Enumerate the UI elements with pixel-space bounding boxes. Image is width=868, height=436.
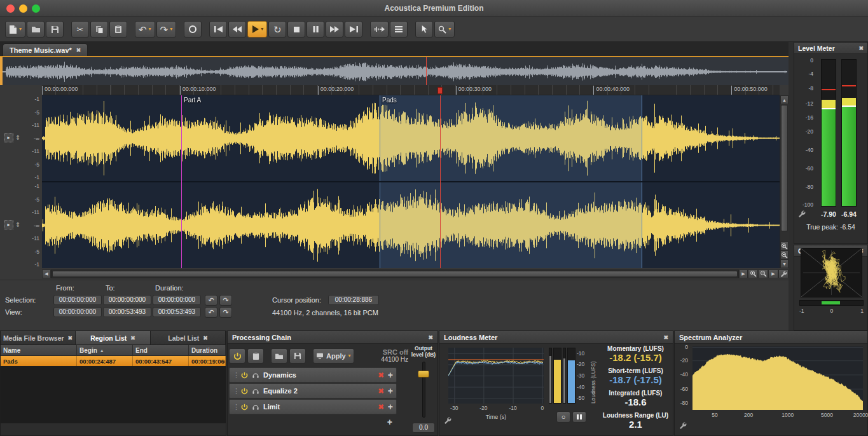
- output-level-value[interactable]: 0.0: [412, 423, 435, 433]
- add-effect-icon[interactable]: +: [387, 418, 392, 426]
- drag-grip-icon[interactable]: ⋮: [233, 387, 237, 395]
- view-redo-button[interactable]: ↷: [219, 307, 232, 318]
- zoom-in-vertical-button[interactable]: [780, 242, 789, 250]
- channel-fold-button[interactable]: ▸: [4, 220, 13, 229]
- column-name[interactable]: Name: [1, 345, 77, 355]
- region-list-empty-area[interactable]: [1, 366, 226, 423]
- marker-line-part-a[interactable]: [181, 95, 182, 268]
- selection-to-field[interactable]: 00:00:00:000: [103, 295, 151, 305]
- column-begin[interactable]: Begin▲: [77, 345, 133, 355]
- record-button[interactable]: [184, 21, 202, 37]
- waveform-canvas-area[interactable]: Part A Pads: [42, 95, 780, 268]
- document-tab[interactable]: Theme Music.wav* ✖: [3, 43, 88, 56]
- add-effect-icon[interactable]: +: [388, 386, 393, 395]
- copy-button[interactable]: [90, 21, 108, 37]
- channel-resize-icon[interactable]: ⇕: [15, 221, 20, 228]
- channel-fold-button[interactable]: ▸: [4, 133, 13, 142]
- drag-grip-icon[interactable]: ⋮: [233, 403, 237, 411]
- scroll-down-button[interactable]: ▼: [780, 259, 789, 268]
- redo-button[interactable]: ↷ ▾: [156, 21, 177, 37]
- rewind-button[interactable]: [228, 21, 246, 37]
- close-tab-icon[interactable]: ✖: [76, 47, 81, 53]
- close-tab-icon[interactable]: ✖: [68, 335, 73, 341]
- list-view-button[interactable]: [390, 21, 408, 37]
- horizontal-scroll-track[interactable]: [51, 269, 739, 278]
- chain-open-button[interactable]: [271, 348, 287, 364]
- play-button[interactable]: ▾: [247, 21, 267, 37]
- loudness-pause-button[interactable]: [572, 411, 586, 423]
- apply-chain-button[interactable]: Apply ▾: [313, 348, 354, 364]
- view-undo-button[interactable]: ↶: [205, 307, 217, 318]
- loudness-settings-icon[interactable]: [443, 416, 451, 425]
- zoom-selection-button[interactable]: ▶: [768, 269, 778, 278]
- scroll-right-button[interactable]: ▶: [739, 269, 748, 278]
- go-to-start-button[interactable]: [209, 21, 227, 37]
- tab-region-list[interactable]: Region List ✖: [76, 331, 151, 344]
- save-button[interactable]: [46, 21, 64, 37]
- level-meter-settings-icon[interactable]: [797, 210, 806, 218]
- chain-item-dynamics[interactable]: ⋮ Dynamics ✖ +: [229, 367, 397, 383]
- column-end[interactable]: End: [133, 345, 189, 355]
- undo-button[interactable]: ↶ ▾: [135, 21, 155, 37]
- view-from-field[interactable]: 00:00:00:000: [53, 307, 102, 317]
- close-panel-icon[interactable]: ✖: [858, 45, 864, 51]
- chain-power-button[interactable]: [229, 348, 245, 364]
- pause-button[interactable]: [307, 21, 324, 37]
- zoom-out-button[interactable]: [758, 269, 768, 278]
- loudness-reset-button[interactable]: ○: [556, 411, 570, 423]
- new-file-button[interactable]: ▾: [5, 21, 25, 37]
- drag-grip-icon[interactable]: ⋮: [233, 371, 237, 379]
- remove-effect-icon[interactable]: ✖: [378, 387, 384, 395]
- file-overview[interactable]: [0, 56, 789, 85]
- zoom-out-vertical-button[interactable]: [780, 250, 789, 259]
- zoom-in-button[interactable]: [748, 269, 758, 278]
- horizontal-scroll-thumb[interactable]: [52, 271, 738, 277]
- channel-resize-icon[interactable]: ⇕: [15, 134, 20, 141]
- column-duration[interactable]: Duration: [189, 345, 226, 355]
- close-tab-icon[interactable]: ✖: [203, 335, 208, 341]
- selection-undo-button[interactable]: ↶: [205, 295, 217, 306]
- close-tab-icon[interactable]: ✖: [130, 335, 135, 341]
- chain-save-button[interactable]: [289, 348, 306, 364]
- selection-redo-button[interactable]: ↷: [219, 295, 232, 306]
- view-to-field[interactable]: 00:00:53:493: [103, 307, 151, 317]
- add-effect-icon[interactable]: +: [388, 371, 393, 379]
- selection-tool-button[interactable]: [415, 21, 433, 37]
- scroll-up-button[interactable]: ▲: [780, 95, 789, 104]
- selection-duration-field[interactable]: 00:00:00:000: [153, 295, 201, 305]
- table-row[interactable]: Pads 00:00:24:487 00:00:43:547 00:00:19:…: [1, 356, 226, 366]
- vertical-scroll-thumb[interactable]: [781, 105, 788, 231]
- cursor-position-field[interactable]: 00:00:28:886: [328, 295, 379, 305]
- zoom-tool-button[interactable]: ▾: [434, 21, 455, 37]
- playback-cursor-handle[interactable]: [437, 87, 443, 94]
- stop-button[interactable]: [287, 21, 305, 37]
- editor-settings-button[interactable]: [778, 269, 789, 278]
- go-to-end-icon: [349, 25, 359, 33]
- level-value-left: -7.90: [819, 210, 838, 218]
- open-file-button[interactable]: [27, 21, 45, 37]
- remove-effect-icon[interactable]: ✖: [378, 371, 384, 379]
- go-to-end-button[interactable]: [345, 21, 362, 37]
- spectrum-settings-icon[interactable]: [679, 421, 687, 430]
- output-level-slider[interactable]: [410, 360, 437, 419]
- loop-button[interactable]: ↻: [268, 21, 286, 37]
- slider-knob[interactable]: [418, 371, 429, 378]
- chain-paste-button[interactable]: [247, 348, 264, 364]
- close-panel-icon[interactable]: ✖: [428, 334, 433, 341]
- paste-button[interactable]: [109, 21, 127, 37]
- view-duration-field[interactable]: 00:00:53:493: [153, 307, 201, 317]
- selection-from-field[interactable]: 00:00:00:000: [53, 295, 102, 305]
- close-panel-icon[interactable]: ✖: [663, 334, 668, 341]
- tab-media-file-browser[interactable]: Media File Browser ✖: [1, 331, 76, 344]
- cut-button[interactable]: ✂: [71, 21, 89, 37]
- remove-effect-icon[interactable]: ✖: [378, 403, 384, 411]
- timeline-ruler[interactable]: 00:00:00:000 00:00:10:000 00:00:20:000 0…: [42, 85, 780, 95]
- tab-label-list[interactable]: Label List ✖: [151, 331, 226, 344]
- overview-waveform[interactable]: [3, 58, 787, 85]
- fast-forward-button[interactable]: [326, 21, 343, 37]
- add-effect-icon[interactable]: +: [388, 402, 393, 411]
- chain-item-limit[interactable]: ⋮ Limit ✖ +: [229, 399, 397, 414]
- chain-item-equalize[interactable]: ⋮ Equalize 2 ✖ +: [229, 383, 397, 399]
- scroll-left-button[interactable]: ◀: [42, 269, 51, 278]
- follow-playback-button[interactable]: [370, 21, 389, 37]
